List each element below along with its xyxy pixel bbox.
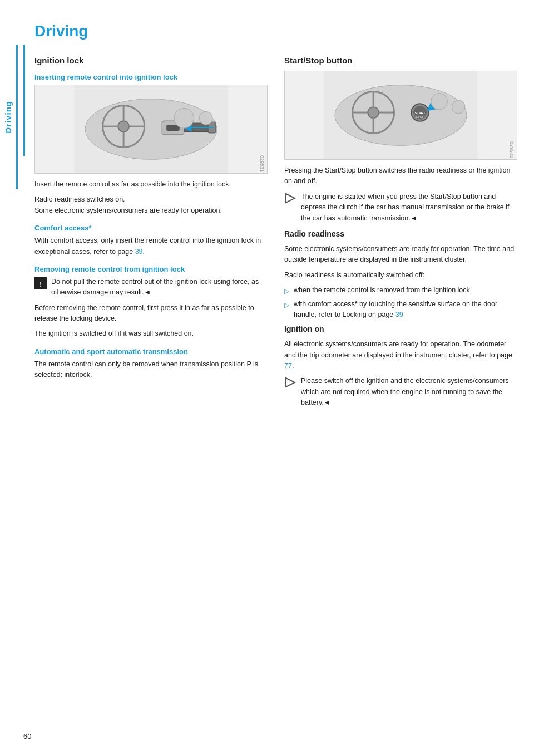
- insert-remote-text2: Radio readiness switches on.Some electro…: [34, 194, 268, 216]
- left-column: Ignition lock Inserting remote control i…: [34, 56, 268, 413]
- ignition-on-intro: All electronic systems/consumers are rea…: [284, 339, 517, 371]
- removing-remote-title: Removing remote control from ignition lo…: [34, 265, 268, 273]
- ignition-note-text: Please switch off the ignition and the e…: [301, 376, 517, 408]
- svg-point-31: [452, 100, 465, 114]
- bullet-text-2: with comfort access* by touching the sen…: [294, 299, 517, 321]
- warning-text: Do not pull the remote control out of th…: [51, 277, 268, 298]
- ignition-lock-title: Ignition lock: [34, 56, 268, 65]
- svg-marker-33: [286, 378, 295, 387]
- auto-trans-text: The remote control can only be removed w…: [34, 359, 268, 381]
- locking-link: 39: [395, 311, 403, 318]
- ignition-on-title: Ignition on: [284, 325, 517, 333]
- note-triangle-icon-2: [284, 376, 296, 389]
- page-number: 60: [23, 732, 31, 740]
- sidebar-tab: Driving: [0, 45, 18, 189]
- warning-icon: !: [34, 277, 47, 289]
- note-triangle-icon: [284, 192, 296, 204]
- start-stop-illustration: START STOP 029532: [284, 71, 517, 160]
- bullet-item-2: ▷ with comfort access* by touching the s…: [284, 299, 517, 321]
- main-content: Driving Ignition lock Inserting remote c…: [23, 0, 534, 435]
- bullet-arrow-1: ▷: [284, 286, 289, 297]
- page-title: Driving: [34, 22, 517, 40]
- radio-readiness-title: Radio readiness: [284, 229, 517, 238]
- radio-off-intro: Radio readiness is automatically switche…: [284, 270, 517, 281]
- svg-point-18: [335, 85, 467, 146]
- bullet-item-1: ▷ when the remote control is removed fro…: [284, 285, 517, 297]
- svg-text:!: !: [39, 281, 42, 288]
- warning-box: ! Do not pull the remote control out of …: [34, 277, 268, 298]
- start-stop-watermark: 029532: [509, 141, 515, 158]
- sidebar-label: Driving: [3, 101, 13, 134]
- comfort-access-link: 39: [135, 248, 143, 256]
- insert-remote-title: Inserting remote control into ignition l…: [34, 73, 268, 81]
- insert-remote-text1: Insert the remote control as far as poss…: [34, 179, 268, 190]
- ignition-note-box: Please switch off the ignition and the e…: [284, 376, 517, 408]
- svg-point-13: [174, 108, 194, 128]
- svg-marker-32: [286, 194, 295, 203]
- radio-readiness-intro: Some electronic systems/consumers are re…: [284, 244, 517, 266]
- two-col-layout: Ignition lock Inserting remote control i…: [34, 56, 517, 413]
- engine-note-box: The engine is started when you press the…: [284, 192, 517, 224]
- svg-text:START: START: [414, 111, 426, 115]
- page-accent: [23, 45, 25, 156]
- comfort-access-title: Comfort access*: [34, 224, 268, 232]
- bullet-arrow-2: ▷: [284, 300, 289, 311]
- page-77-link: 77: [284, 362, 292, 370]
- start-stop-title: Start/Stop button: [284, 56, 517, 65]
- svg-point-30: [431, 94, 448, 110]
- start-stop-intro: Pressing the Start/Stop button switches …: [284, 165, 517, 187]
- ignition-lock-illustration: 029531: [34, 85, 268, 174]
- svg-point-20: [368, 107, 379, 118]
- svg-point-14: [199, 111, 212, 125]
- removing-para1: Before removing the remote control, firs…: [34, 303, 268, 325]
- right-column: Start/Stop button START: [284, 56, 517, 413]
- removing-para2: The ignition is switched off if it was s…: [34, 328, 268, 339]
- svg-text:STOP: STOP: [416, 115, 424, 119]
- svg-point-3: [118, 121, 129, 132]
- bullet-text-1: when the remote control is removed from …: [294, 285, 470, 296]
- auto-trans-title: Automatic and sport automatic transmissi…: [34, 347, 268, 356]
- radio-bullet-list: ▷ when the remote control is removed fro…: [284, 285, 517, 320]
- illustration-watermark: 029531: [259, 155, 265, 172]
- comfort-access-text: With comfort access, only insert the rem…: [34, 235, 268, 257]
- engine-note-text: The engine is started when you press the…: [301, 192, 517, 224]
